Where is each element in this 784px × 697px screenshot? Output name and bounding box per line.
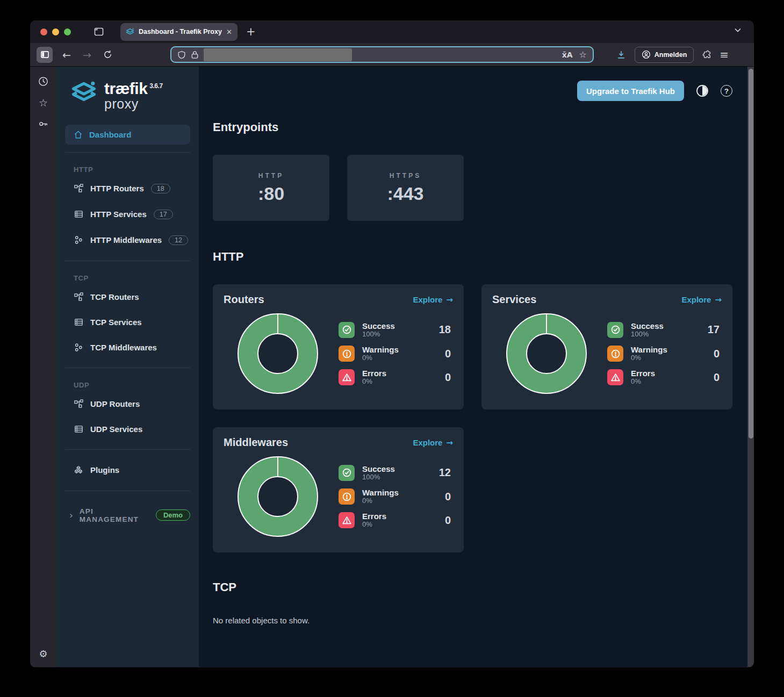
account-icon	[642, 50, 651, 59]
routers-panel: Routers Explore →	[213, 284, 464, 409]
stat-label: Errors	[631, 369, 655, 378]
sidebar-item-label: HTTP Routers	[90, 184, 144, 193]
new-tab-button[interactable]: +	[246, 25, 256, 38]
exclamation-circle-icon	[339, 488, 355, 505]
stat-pct: 0%	[631, 378, 655, 386]
extensions-puzzle-icon[interactable]	[702, 50, 712, 60]
back-button[interactable]: ←	[62, 49, 71, 61]
explore-services-link[interactable]: Explore →	[681, 295, 722, 305]
passwords-key-icon[interactable]	[38, 119, 48, 129]
traefik-logo-icon	[70, 81, 97, 105]
list-all-tabs-chevron-icon[interactable]	[733, 26, 742, 34]
sidebar-item-tcp-routers[interactable]: TCP Routers	[56, 284, 199, 310]
explore-label: Explore	[681, 295, 711, 304]
url-redacted-text	[204, 48, 352, 61]
sidebar-item-tcp-middlewares[interactable]: TCP Middlewares	[56, 335, 199, 360]
stat-pct: 0%	[362, 378, 386, 386]
downloads-icon[interactable]	[616, 50, 626, 60]
stat-label: Warnings	[362, 488, 399, 497]
forward-button[interactable]: →	[83, 49, 91, 61]
explore-label: Explore	[413, 438, 442, 447]
sidebar-item-udp-routers[interactable]: UDP Routers	[56, 391, 199, 416]
history-clock-icon[interactable]	[38, 76, 48, 87]
middlewares-icon	[74, 343, 83, 352]
routers-icon	[74, 292, 83, 301]
routers-icon	[74, 184, 83, 193]
translate-icon[interactable]: x̄A	[562, 51, 573, 59]
sidebar-item-label: Dashboard	[89, 130, 131, 139]
sidebar-item-label: HTTP Middlewares	[90, 235, 162, 245]
sidebar-item-label: UDP Routers	[90, 399, 140, 408]
stat-value: 18	[439, 324, 453, 336]
check-circle-icon	[607, 322, 623, 338]
sidebar-item-label: TCP Routers	[90, 292, 139, 301]
section-title-udp: UDP	[56, 376, 199, 391]
warning-triangle-icon	[607, 369, 623, 385]
tab-title: Dashboard - Traefik Proxy	[139, 28, 222, 35]
signin-button[interactable]: Anmelden	[635, 47, 694, 63]
bookmark-star-icon[interactable]: ☆	[579, 49, 587, 60]
explore-middlewares-link[interactable]: Explore →	[413, 438, 453, 448]
maximize-window-button[interactable]	[64, 28, 71, 35]
sidebar-toggle-button[interactable]	[37, 47, 53, 63]
settings-gear-icon[interactable]: ⚙	[39, 648, 47, 659]
entrypoint-card-http[interactable]: HTTP :80	[213, 155, 329, 221]
minimize-window-button[interactable]	[52, 28, 59, 35]
stat-row-errors: Errors 0% 0	[339, 512, 453, 529]
traefik-logo: træfik3.6.7 proxy	[56, 67, 199, 124]
page-scrollbar[interactable]	[747, 67, 754, 667]
sidebar-item-http-routers[interactable]: HTTP Routers 18	[56, 176, 199, 202]
stat-value: 17	[708, 324, 722, 336]
reload-button[interactable]	[103, 50, 112, 59]
explore-routers-link[interactable]: Explore →	[413, 295, 453, 305]
demo-badge: Demo	[156, 509, 190, 521]
sidebar-item-http-middlewares[interactable]: HTTP Middlewares 12	[56, 227, 199, 253]
upgrade-to-traefik-hub-button[interactable]: Upgrade to Traefik Hub	[577, 81, 684, 101]
theme-contrast-icon[interactable]	[696, 84, 709, 97]
sidebar-item-tcp-services[interactable]: TCP Services	[56, 310, 199, 335]
bookmarks-star-icon[interactable]: ☆	[39, 97, 48, 109]
menu-hamburger-icon[interactable]: ≡	[720, 48, 729, 61]
panel-title: Services	[492, 293, 536, 306]
arrow-right-icon: →	[446, 438, 453, 448]
tab-bar: Dashboard - Traefik Proxy ✕ +	[30, 20, 754, 43]
active-tab[interactable]: Dashboard - Traefik Proxy ✕	[120, 23, 238, 41]
scrollbar-thumb[interactable]	[749, 69, 753, 439]
sidebar-item-udp-services[interactable]: UDP Services	[56, 416, 199, 442]
stat-row-success: Success 100% 18	[339, 321, 453, 339]
browser-window: Dashboard - Traefik Proxy ✕ + ← →	[30, 20, 754, 667]
stat-pct: 0%	[362, 497, 399, 505]
stat-value: 0	[714, 371, 722, 384]
url-bar[interactable]: x̄A ☆	[170, 46, 594, 63]
sidebar-item-dashboard[interactable]: Dashboard	[65, 125, 190, 145]
divider	[65, 491, 190, 491]
help-icon[interactable]: ?	[721, 85, 732, 97]
exclamation-circle-icon	[339, 346, 355, 362]
sidebar-item-label: Plugins	[90, 465, 119, 475]
stat-pct: 0%	[631, 354, 667, 362]
divider	[65, 152, 190, 153]
traefik-favicon-icon	[126, 28, 134, 36]
stat-value: 0	[445, 371, 453, 384]
close-window-button[interactable]	[40, 28, 47, 35]
http-section-title: HTTP	[213, 250, 732, 264]
logo-version: 3.6.7	[149, 82, 162, 90]
browser-side-strip: ☆ ⚙	[30, 67, 56, 667]
sidebar-item-plugins[interactable]: Plugins	[56, 457, 199, 483]
stat-pct: 0%	[362, 521, 386, 529]
count-badge: 18	[151, 184, 170, 193]
tcp-empty-message: No related objects to show.	[213, 616, 732, 625]
divider	[65, 449, 190, 450]
tab-overview-icon[interactable]	[93, 26, 104, 37]
tab-close-icon[interactable]: ✕	[226, 28, 232, 36]
entrypoint-card-https[interactable]: HTTPS :443	[347, 155, 464, 221]
stat-row-errors: Errors 0% 0	[607, 369, 722, 386]
explore-label: Explore	[413, 295, 442, 304]
lock-icon[interactable]	[191, 51, 199, 59]
sidebar-item-api-management[interactable]: › API MANAGEMENT Demo	[56, 499, 199, 532]
entrypoint-port: :443	[387, 183, 423, 204]
sidebar-item-http-services[interactable]: HTTP Services 17	[56, 202, 199, 227]
plugins-cubes-icon	[74, 465, 83, 475]
routers-icon	[74, 399, 83, 408]
shield-icon[interactable]	[177, 51, 186, 59]
